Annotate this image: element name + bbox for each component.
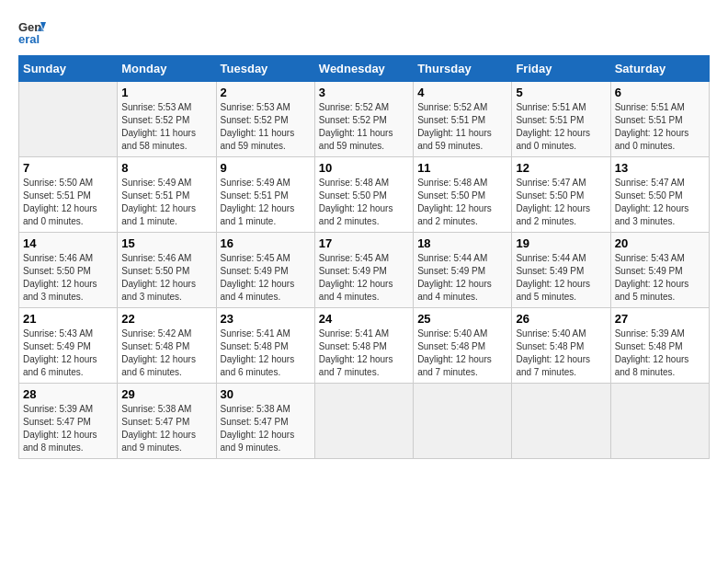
calendar-cell: 6Sunrise: 5:51 AM Sunset: 5:51 PM Daylig… [610, 82, 709, 157]
day-info: Sunrise: 5:38 AM Sunset: 5:47 PM Dayligh… [221, 403, 311, 454]
day-number: 13 [615, 161, 705, 175]
day-number: 2 [221, 86, 311, 99]
calendar-cell: 27Sunrise: 5:39 AM Sunset: 5:48 PM Dayli… [610, 308, 709, 384]
calendar-cell: 15Sunrise: 5:46 AM Sunset: 5:50 PM Dayli… [118, 233, 216, 308]
day-number: 9 [221, 161, 311, 175]
calendar-cell: 14Sunrise: 5:46 AM Sunset: 5:50 PM Dayli… [19, 233, 118, 308]
page-header: Gen eral [18, 18, 710, 46]
day-number: 12 [516, 161, 606, 175]
calendar-cell: 13Sunrise: 5:47 AM Sunset: 5:50 PM Dayli… [610, 157, 709, 233]
calendar-cell [19, 82, 118, 157]
day-number: 18 [417, 236, 507, 250]
day-number: 5 [516, 86, 606, 99]
calendar-cell: 12Sunrise: 5:47 AM Sunset: 5:50 PM Dayli… [512, 157, 610, 233]
day-number: 20 [615, 236, 705, 250]
day-number: 23 [221, 312, 311, 326]
calendar-cell: 10Sunrise: 5:48 AM Sunset: 5:50 PM Dayli… [314, 157, 413, 233]
day-info: Sunrise: 5:49 AM Sunset: 5:51 PM Dayligh… [121, 177, 211, 228]
day-number: 24 [319, 312, 409, 326]
day-header-saturday: Saturday [610, 56, 709, 82]
day-info: Sunrise: 5:50 AM Sunset: 5:51 PM Dayligh… [23, 177, 113, 228]
day-number: 11 [417, 161, 507, 175]
day-number: 28 [23, 387, 113, 401]
day-number: 17 [319, 236, 409, 250]
day-info: Sunrise: 5:53 AM Sunset: 5:52 PM Dayligh… [221, 101, 311, 153]
calendar-cell: 23Sunrise: 5:41 AM Sunset: 5:48 PM Dayli… [216, 308, 314, 384]
day-info: Sunrise: 5:43 AM Sunset: 5:49 PM Dayligh… [615, 252, 705, 304]
day-header-monday: Monday [118, 56, 216, 82]
logo-icon: Gen eral [18, 18, 46, 46]
calendar-header: SundayMondayTuesdayWednesdayThursdayFrid… [19, 56, 710, 82]
calendar-cell: 29Sunrise: 5:38 AM Sunset: 5:47 PM Dayli… [118, 384, 216, 459]
day-number: 19 [516, 236, 606, 250]
calendar-cell: 9Sunrise: 5:49 AM Sunset: 5:51 PM Daylig… [216, 157, 314, 233]
calendar-cell: 2Sunrise: 5:53 AM Sunset: 5:52 PM Daylig… [216, 82, 314, 157]
day-info: Sunrise: 5:48 AM Sunset: 5:50 PM Dayligh… [319, 177, 409, 228]
calendar-cell [314, 384, 413, 459]
day-info: Sunrise: 5:39 AM Sunset: 5:48 PM Dayligh… [615, 327, 705, 379]
calendar-cell: 8Sunrise: 5:49 AM Sunset: 5:51 PM Daylig… [118, 157, 216, 233]
calendar-cell: 26Sunrise: 5:40 AM Sunset: 5:48 PM Dayli… [512, 308, 610, 384]
calendar-cell: 19Sunrise: 5:44 AM Sunset: 5:49 PM Dayli… [512, 233, 610, 308]
calendar-body: 1Sunrise: 5:53 AM Sunset: 5:52 PM Daylig… [19, 82, 710, 459]
day-info: Sunrise: 5:38 AM Sunset: 5:47 PM Dayligh… [121, 403, 211, 454]
calendar-table: SundayMondayTuesdayWednesdayThursdayFrid… [18, 55, 710, 459]
calendar-cell: 28Sunrise: 5:39 AM Sunset: 5:47 PM Dayli… [19, 384, 118, 459]
week-row-1: 1Sunrise: 5:53 AM Sunset: 5:52 PM Daylig… [19, 82, 710, 157]
day-info: Sunrise: 5:48 AM Sunset: 5:50 PM Dayligh… [417, 177, 507, 228]
day-header-sunday: Sunday [19, 56, 118, 82]
calendar-cell: 22Sunrise: 5:42 AM Sunset: 5:48 PM Dayli… [118, 308, 216, 384]
day-number: 10 [319, 161, 409, 175]
week-row-4: 21Sunrise: 5:43 AM Sunset: 5:49 PM Dayli… [19, 308, 710, 384]
calendar-cell [610, 384, 709, 459]
day-number: 14 [23, 236, 113, 250]
day-info: Sunrise: 5:45 AM Sunset: 5:49 PM Dayligh… [221, 252, 311, 304]
day-info: Sunrise: 5:51 AM Sunset: 5:51 PM Dayligh… [516, 101, 606, 153]
calendar-cell: 21Sunrise: 5:43 AM Sunset: 5:49 PM Dayli… [19, 308, 118, 384]
day-info: Sunrise: 5:43 AM Sunset: 5:49 PM Dayligh… [23, 327, 113, 379]
day-info: Sunrise: 5:47 AM Sunset: 5:50 PM Dayligh… [516, 177, 606, 228]
day-info: Sunrise: 5:47 AM Sunset: 5:50 PM Dayligh… [615, 177, 705, 228]
day-number: 25 [417, 312, 507, 326]
day-info: Sunrise: 5:44 AM Sunset: 5:49 PM Dayligh… [417, 252, 507, 304]
day-number: 29 [121, 387, 211, 401]
day-info: Sunrise: 5:53 AM Sunset: 5:52 PM Dayligh… [121, 101, 211, 153]
calendar-cell: 18Sunrise: 5:44 AM Sunset: 5:49 PM Dayli… [414, 233, 512, 308]
calendar-cell: 20Sunrise: 5:43 AM Sunset: 5:49 PM Dayli… [610, 233, 709, 308]
day-number: 1 [121, 86, 211, 99]
calendar-cell: 4Sunrise: 5:52 AM Sunset: 5:51 PM Daylig… [414, 82, 512, 157]
svg-text:eral: eral [18, 32, 40, 46]
logo: Gen eral [18, 18, 50, 46]
day-info: Sunrise: 5:39 AM Sunset: 5:47 PM Dayligh… [23, 403, 113, 454]
calendar-cell: 1Sunrise: 5:53 AM Sunset: 5:52 PM Daylig… [118, 82, 216, 157]
day-info: Sunrise: 5:40 AM Sunset: 5:48 PM Dayligh… [417, 327, 507, 379]
day-info: Sunrise: 5:52 AM Sunset: 5:51 PM Dayligh… [417, 101, 507, 153]
day-info: Sunrise: 5:45 AM Sunset: 5:49 PM Dayligh… [319, 252, 409, 304]
day-header-tuesday: Tuesday [216, 56, 314, 82]
day-number: 4 [417, 86, 507, 99]
calendar-cell [512, 384, 610, 459]
day-info: Sunrise: 5:51 AM Sunset: 5:51 PM Dayligh… [615, 101, 705, 153]
day-header-wednesday: Wednesday [314, 56, 413, 82]
calendar-cell: 30Sunrise: 5:38 AM Sunset: 5:47 PM Dayli… [216, 384, 314, 459]
day-number: 27 [615, 312, 705, 326]
day-number: 16 [221, 236, 311, 250]
day-info: Sunrise: 5:46 AM Sunset: 5:50 PM Dayligh… [23, 252, 113, 304]
day-info: Sunrise: 5:40 AM Sunset: 5:48 PM Dayligh… [516, 327, 606, 379]
calendar-cell: 5Sunrise: 5:51 AM Sunset: 5:51 PM Daylig… [512, 82, 610, 157]
day-header-friday: Friday [512, 56, 610, 82]
day-info: Sunrise: 5:49 AM Sunset: 5:51 PM Dayligh… [221, 177, 311, 228]
calendar-cell: 24Sunrise: 5:41 AM Sunset: 5:48 PM Dayli… [314, 308, 413, 384]
calendar-cell: 3Sunrise: 5:52 AM Sunset: 5:52 PM Daylig… [314, 82, 413, 157]
calendar-cell: 7Sunrise: 5:50 AM Sunset: 5:51 PM Daylig… [19, 157, 118, 233]
day-info: Sunrise: 5:42 AM Sunset: 5:48 PM Dayligh… [121, 327, 211, 379]
calendar-cell: 16Sunrise: 5:45 AM Sunset: 5:49 PM Dayli… [216, 233, 314, 308]
calendar-cell [414, 384, 512, 459]
day-number: 15 [121, 236, 211, 250]
day-number: 22 [121, 312, 211, 326]
day-number: 30 [221, 387, 311, 401]
day-number: 7 [23, 161, 113, 175]
week-row-3: 14Sunrise: 5:46 AM Sunset: 5:50 PM Dayli… [19, 233, 710, 308]
day-info: Sunrise: 5:41 AM Sunset: 5:48 PM Dayligh… [221, 327, 311, 379]
day-info: Sunrise: 5:52 AM Sunset: 5:52 PM Dayligh… [319, 101, 409, 153]
